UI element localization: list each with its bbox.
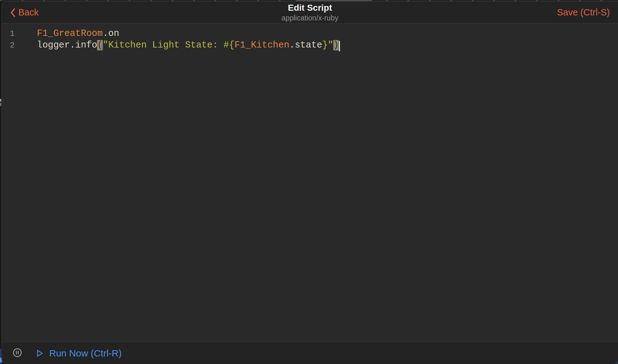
code-token: } — [322, 40, 328, 50]
bottom-toolbar: Run Now (Ctrl-R) — [2, 342, 618, 364]
code-line[interactable]: 1F1_GreatRoom.on — [2, 28, 618, 39]
chevron-left-icon — [10, 8, 15, 17]
line-number: 2 — [10, 40, 17, 51]
background-fragment — [0, 103, 1, 106]
pause-circle-icon — [13, 348, 22, 358]
background-fragment — [0, 99, 1, 102]
run-now-label: Run Now (Ctrl-R) — [49, 348, 122, 359]
code-token: " — [328, 40, 333, 50]
run-now-button[interactable]: Run Now (Ctrl-R) — [35, 348, 122, 359]
code-token: F1_GreatRoom — [37, 28, 103, 39]
code-line[interactable]: 2logger.info("Kitchen Light State: #{F1_… — [2, 39, 618, 51]
code-lines: 1F1_GreatRoom.on2logger.info("Kitchen Li… — [2, 28, 618, 51]
pause-button[interactable] — [13, 348, 22, 358]
code-token: logger.info — [37, 40, 97, 50]
save-button[interactable]: Save (Ctrl-S) — [557, 2, 610, 23]
code-text: F1_GreatRoom.on — [37, 28, 119, 39]
modal-header: Back Edit Script application/x-ruby Save… — [2, 2, 618, 24]
code-token: .on — [103, 28, 119, 39]
back-button[interactable]: Back — [10, 2, 38, 23]
text-cursor — [339, 41, 340, 51]
code-token: ( — [97, 40, 102, 50]
line-number: 1 — [10, 28, 17, 40]
code-token: "Kitchen Light State: — [103, 40, 224, 50]
back-button-label: Back — [18, 7, 38, 18]
play-outline-icon — [35, 349, 44, 358]
code-token: .state — [289, 40, 322, 50]
edit-script-modal: Back Edit Script application/x-ruby Save… — [2, 1, 618, 364]
code-token: F1_Kitchen — [235, 40, 289, 50]
page-subtitle: application/x-ruby — [282, 14, 338, 22]
code-text: logger.info("Kitchen Light State: #{F1_K… — [37, 40, 340, 50]
code-editor[interactable]: 1F1_GreatRoom.on2logger.info("Kitchen Li… — [2, 24, 618, 342]
page-title: Edit Script — [288, 3, 332, 13]
modal-title-group: Edit Script application/x-ruby — [282, 2, 338, 23]
code-token: #{ — [224, 40, 235, 50]
code-token: ) — [333, 40, 339, 50]
